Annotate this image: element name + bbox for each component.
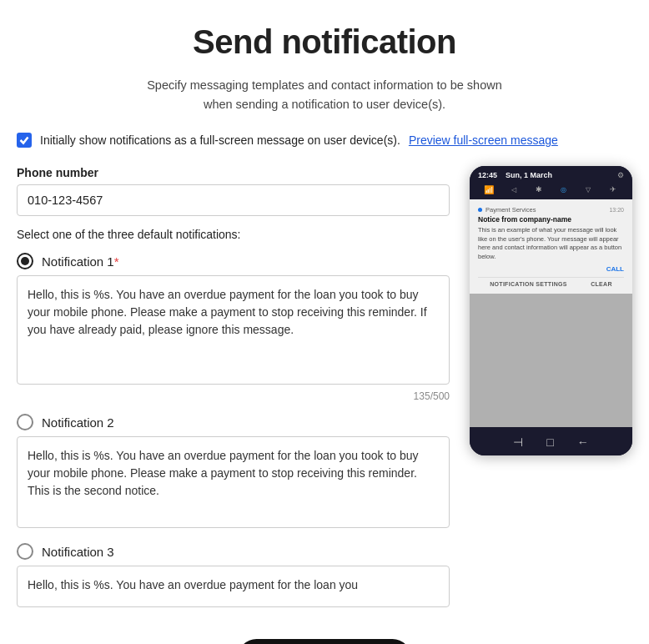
settings-icon: ⚙ xyxy=(617,171,624,179)
select-prompt: Select one of the three default notifica… xyxy=(17,228,450,241)
notif-blue-dot xyxy=(478,208,482,212)
filter-icon: ▽ xyxy=(582,184,594,195)
notification-2-label: Notification 2 xyxy=(42,415,114,430)
notification-3-radio[interactable] xyxy=(17,543,33,560)
notif-time: 13:20 xyxy=(609,207,624,213)
phone-nav-bar: ⊣ □ ← xyxy=(470,427,632,455)
home-nav-icon[interactable]: □ xyxy=(546,435,553,449)
subtitle: Specify messaging templates and contact … xyxy=(147,76,502,114)
notification-1-option: Notification 1* Hello, this is %s. You h… xyxy=(17,253,450,402)
fullscreen-label: Initially show notifications as a full-s… xyxy=(40,133,400,147)
wifi-icon: 📶 xyxy=(483,184,495,195)
notification-2-radio[interactable] xyxy=(17,414,33,430)
fullscreen-option-row: Initially show notifications as a full-s… xyxy=(17,133,632,148)
phone-mockup: 12:45 Sun, 1 March ⚙ 📶 ◁ ✱ ◎ ▽ ✈ xyxy=(470,166,632,455)
phone-input[interactable] xyxy=(17,184,450,216)
phone-icons-row: 📶 ◁ ✱ ◎ ▽ ✈ xyxy=(470,182,632,199)
notification-2-radio-row[interactable]: Notification 2 xyxy=(17,414,450,430)
phone-time: 12:45 Sun, 1 March xyxy=(478,171,552,179)
notification-2-textarea[interactable]: Hello, this is %s. You have an overdue p… xyxy=(17,436,450,528)
airplane-icon: ✈ xyxy=(607,184,619,195)
phone-label: Phone number xyxy=(17,166,450,179)
phone-status-icons: ⚙ xyxy=(617,171,624,179)
notification-1-char-count: 135/500 xyxy=(17,390,450,402)
signal-icon: ◁ xyxy=(508,184,520,195)
notif-settings-action[interactable]: NOTIFICATION SETTINGS xyxy=(490,281,567,287)
notif-clear-action[interactable]: CLEAR xyxy=(591,281,612,287)
notification-3-label: Notification 3 xyxy=(42,545,114,559)
notification-2-option: Notification 2 Hello, this is %s. You ha… xyxy=(17,414,450,531)
main-content: Phone number Select one of the three def… xyxy=(17,166,632,619)
notif-card-header: Payment Services 13:20 xyxy=(478,206,624,214)
fullscreen-checkbox[interactable] xyxy=(17,133,32,148)
notif-service-name: Payment Services xyxy=(485,206,536,214)
fullscreen-checkbox-wrapper: Initially show notifications as a full-s… xyxy=(17,133,558,148)
notification-1-radio[interactable] xyxy=(17,253,33,269)
recents-nav-icon[interactable]: ← xyxy=(577,435,589,449)
page-wrapper: Send notification Specify messaging temp… xyxy=(0,0,649,644)
notification-3-radio-row[interactable]: Notification 3 xyxy=(17,543,450,560)
notification-1-radio-inner xyxy=(21,257,29,265)
notif-title: Notice from company-name xyxy=(478,215,624,224)
back-nav-icon[interactable]: ⊣ xyxy=(513,435,523,449)
notification-3-preview: Hello, this is %s. You have an overdue p… xyxy=(17,566,450,607)
notification-3-option: Notification 3 Hello, this is %s. You ha… xyxy=(17,543,450,607)
notif-action-row: NOTIFICATION SETTINGS CLEAR xyxy=(478,277,624,287)
required-star-1: * xyxy=(114,254,119,269)
send-button[interactable]: SEND xyxy=(238,639,411,644)
notification-card: Payment Services 13:20 Notice from compa… xyxy=(470,199,632,294)
left-panel: Phone number Select one of the three def… xyxy=(17,166,450,619)
bluetooth-icon: ✱ xyxy=(533,184,545,195)
notification-1-label: Notification 1* xyxy=(42,254,119,269)
bottom-bar: SEND xyxy=(17,619,632,644)
phone-screen-gray xyxy=(470,294,632,427)
notification-1-textarea[interactable]: Hello, this is %s. You have an overdue p… xyxy=(17,275,450,385)
phone-status-bar: 12:45 Sun, 1 March ⚙ xyxy=(470,166,632,182)
phone-mockup-panel: 12:45 Sun, 1 March ⚙ 📶 ◁ ✱ ◎ ▽ ✈ xyxy=(470,166,632,455)
notif-body: This is an example of what your message … xyxy=(478,226,624,261)
preview-link[interactable]: Preview full-screen message xyxy=(409,133,558,147)
page-title: Send notification xyxy=(193,23,456,61)
data-icon: ◎ xyxy=(557,184,569,195)
notification-1-radio-row[interactable]: Notification 1* xyxy=(17,253,450,269)
notif-call-button[interactable]: CALL xyxy=(478,265,624,273)
